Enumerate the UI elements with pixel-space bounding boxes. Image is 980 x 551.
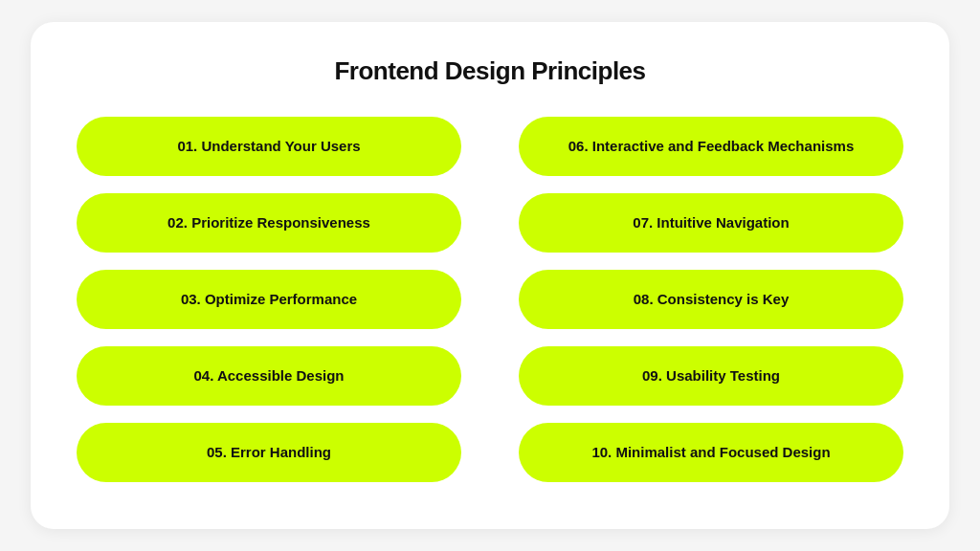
- principle-label-right-3: 09. Usability Testing: [642, 366, 780, 386]
- principle-pill-right-0: 06. Interactive and Feedback Mechanisms: [519, 117, 903, 176]
- principle-pill-right-2: 08. Consistency is Key: [519, 270, 903, 329]
- principle-pill-right-4: 10. Minimalist and Focused Design: [519, 423, 903, 482]
- principle-label-right-2: 08. Consistency is Key: [634, 290, 790, 309]
- principle-pill-right-1: 07. Intuitive Navigation: [519, 193, 903, 253]
- principle-label-left-1: 02. Prioritize Responsiveness: [167, 213, 370, 232]
- main-card: Frontend Design Principles 01. Understan…: [31, 22, 949, 529]
- principle-pill-left-2: 03. Optimize Performance: [77, 270, 461, 329]
- principle-label-left-3: 04. Accessible Design: [193, 366, 344, 386]
- principle-pill-left-3: 04. Accessible Design: [77, 346, 461, 406]
- principle-label-right-4: 10. Minimalist and Focused Design: [591, 443, 830, 462]
- principle-pill-left-1: 02. Prioritize Responsiveness: [77, 193, 461, 253]
- principle-label-left-2: 03. Optimize Performance: [181, 290, 357, 309]
- principle-pill-left-4: 05. Error Handling: [77, 423, 461, 482]
- principle-label-right-1: 07. Intuitive Navigation: [633, 213, 789, 232]
- principles-grid: 01. Understand Your Users06. Interactive…: [77, 117, 903, 482]
- principle-label-right-0: 06. Interactive and Feedback Mechanisms: [568, 137, 854, 156]
- principle-label-left-4: 05. Error Handling: [207, 443, 331, 462]
- principle-pill-left-0: 01. Understand Your Users: [77, 117, 461, 176]
- page-title: Frontend Design Principles: [334, 56, 645, 86]
- principle-label-left-0: 01. Understand Your Users: [177, 137, 360, 156]
- principle-pill-right-3: 09. Usability Testing: [519, 346, 903, 406]
